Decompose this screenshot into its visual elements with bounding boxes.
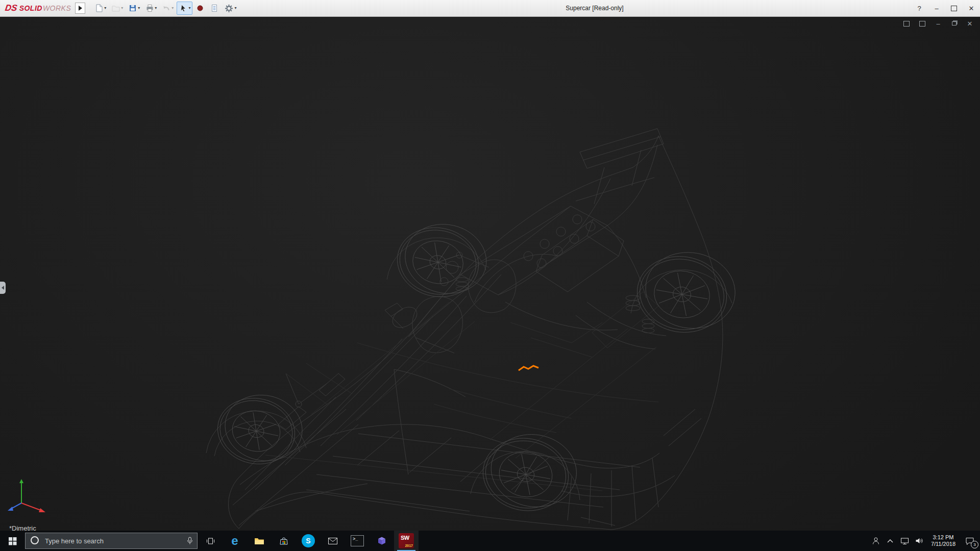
maximize-icon: [951, 6, 957, 11]
select-tool-button[interactable]: ▾: [177, 2, 192, 15]
z-axis: [11, 503, 21, 509]
clock-date: 7/11/2018: [931, 541, 955, 547]
taskbar: e S >_: [0, 531, 980, 551]
3d-viewer-button[interactable]: [370, 531, 394, 551]
expand-arrow-icon: [79, 6, 82, 11]
print-icon: [145, 4, 154, 13]
volume-button[interactable]: [912, 531, 927, 551]
speaker-icon: [915, 537, 924, 545]
notification-badge: 3: [971, 541, 978, 548]
windows-logo-icon: [8, 537, 17, 545]
open-button[interactable]: ▾: [109, 2, 125, 15]
3d-cube-icon: [377, 536, 386, 545]
gear-icon: [224, 4, 234, 13]
feature-manager-flyout-tab[interactable]: [0, 282, 6, 294]
mail-button[interactable]: [321, 531, 345, 551]
network-icon: [900, 537, 909, 545]
clock-time: 3:12 PM: [933, 534, 953, 541]
doc-minimize-button[interactable]: –: [934, 19, 942, 28]
mail-icon: [328, 537, 338, 545]
doc-pane-icon[interactable]: [902, 19, 911, 28]
document-title: Supercar [Read-only]: [566, 0, 623, 16]
rebuild-button[interactable]: [193, 2, 207, 15]
taskbar-clock[interactable]: 3:12 PM 7/11/2018: [927, 531, 960, 551]
rebuild-icon: [195, 4, 205, 13]
window-controls: ? – ✕: [911, 0, 980, 16]
titlebar: DS SOLID WORKS ▾ ▾: [0, 0, 980, 17]
console-button[interactable]: >_: [345, 531, 370, 551]
caret-down-icon[interactable]: ▾: [188, 6, 190, 10]
quick-access-toolbar: ▾ ▾ ▾: [92, 2, 238, 15]
microphone-icon: [186, 537, 193, 545]
skype-icon: S: [302, 534, 315, 547]
solidworks-window: DS SOLID WORKS ▾ ▾: [0, 0, 980, 551]
store-icon: [279, 536, 288, 545]
edge-button[interactable]: e: [223, 531, 247, 551]
brand-works: WORKS: [43, 4, 71, 12]
action-center-button[interactable]: 3: [960, 531, 980, 551]
caret-down-icon[interactable]: ▾: [121, 6, 123, 10]
undo-button[interactable]: ▾: [160, 2, 176, 15]
people-icon: [872, 537, 880, 545]
system-tray: 3:12 PM 7/11/2018 3: [869, 531, 980, 551]
ds-logo: DS: [5, 3, 18, 13]
chevron-up-icon: [886, 538, 894, 544]
caret-down-icon[interactable]: ▾: [234, 6, 236, 10]
selected-edge[interactable]: [519, 366, 538, 370]
doc-pane2-icon[interactable]: [918, 19, 926, 28]
solidworks-app-button[interactable]: SW 2017: [394, 531, 419, 551]
solidworks-app-icon: SW 2017: [399, 533, 414, 548]
undo-icon: [162, 4, 171, 13]
close-button[interactable]: ✕: [963, 0, 980, 16]
help-button[interactable]: ?: [911, 0, 928, 16]
open-folder-icon: [111, 4, 120, 13]
restore-icon: [952, 21, 957, 26]
edge-icon: e: [231, 535, 238, 547]
chevron-left-icon: [2, 286, 4, 290]
file-properties-icon: [210, 4, 219, 13]
start-button[interactable]: [0, 531, 24, 551]
x-axis: [21, 503, 42, 511]
graphics-area[interactable]: – ✕ *Dimetric: [0, 16, 980, 531]
car-hidden-edges: [265, 292, 658, 491]
view-orientation-label: *Dimetric: [9, 524, 36, 531]
show-hidden-icons-button[interactable]: [883, 531, 897, 551]
z-axis-arrow: [8, 507, 13, 511]
x-axis-arrow: [39, 508, 45, 512]
car-body[interactable]: [206, 129, 732, 530]
doc-restore-button[interactable]: [950, 19, 958, 28]
caret-down-icon[interactable]: ▾: [155, 6, 157, 10]
document-window-controls: – ✕: [902, 19, 974, 28]
store-button[interactable]: [272, 531, 296, 551]
options-button[interactable]: ▾: [222, 2, 238, 15]
minimize-button[interactable]: –: [928, 0, 945, 16]
new-document-icon: [94, 4, 104, 13]
skype-button[interactable]: S: [296, 531, 321, 551]
menu-expander-button[interactable]: [75, 3, 85, 14]
network-button[interactable]: [897, 531, 912, 551]
file-explorer-button[interactable]: [247, 531, 272, 551]
caret-down-icon[interactable]: ▾: [172, 6, 174, 10]
reference-triad: [5, 477, 52, 517]
wireframe-car-model[interactable]: [0, 16, 980, 531]
caret-down-icon[interactable]: ▾: [104, 6, 106, 10]
console-icon: >_: [351, 535, 364, 546]
caret-down-icon[interactable]: ▾: [138, 6, 140, 10]
brand-solid: SOLID: [19, 4, 42, 12]
doc-close-button[interactable]: ✕: [966, 19, 974, 28]
file-explorer-icon: [254, 536, 265, 545]
task-view-icon: [206, 537, 215, 545]
task-view-button[interactable]: [198, 531, 223, 551]
solidworks-menu[interactable]: DS SOLID WORKS: [0, 3, 75, 13]
microphone-button[interactable]: [186, 537, 193, 546]
print-button[interactable]: ▾: [143, 2, 159, 15]
select-cursor-icon: [179, 4, 188, 13]
y-axis-arrow: [19, 479, 23, 483]
file-properties-button[interactable]: [208, 2, 221, 15]
search-input[interactable]: [25, 533, 198, 549]
save-button[interactable]: ▾: [126, 2, 142, 15]
people-button[interactable]: [869, 531, 883, 551]
maximize-button[interactable]: [945, 0, 963, 16]
new-document-button[interactable]: ▾: [92, 2, 108, 15]
cortana-icon: [31, 536, 39, 544]
